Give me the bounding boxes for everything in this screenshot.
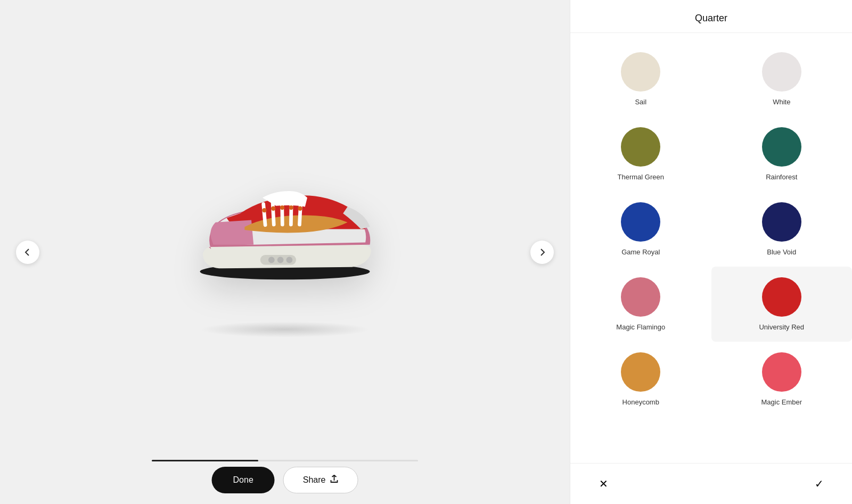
progress-bar-background (152, 460, 418, 461)
color-item-magic-ember[interactable]: Magic Ember (711, 342, 853, 417)
panel-header: Quarter (570, 0, 852, 33)
svg-point-2 (268, 257, 275, 263)
done-button[interactable]: Done (212, 467, 275, 493)
color-row: SailWhite (570, 42, 852, 117)
panel-footer: ✕ ✓ (570, 463, 852, 504)
progress-area (152, 460, 418, 461)
color-item-honeycomb[interactable]: Honeycomb (570, 342, 711, 417)
svg-point-10 (262, 208, 266, 212)
color-label-sail: Sail (635, 98, 646, 106)
color-label-blue-void: Blue Void (767, 248, 796, 256)
svg-point-4 (286, 257, 293, 263)
shoe-display (0, 0, 570, 440)
color-label-magic-ember: Magic Ember (761, 398, 802, 406)
confirm-button[interactable]: ✓ (807, 472, 831, 495)
color-label-game-royal: Game Royal (621, 248, 660, 256)
svg-point-11 (271, 206, 275, 210)
color-circle-blue-void (762, 202, 801, 242)
color-picker-panel: Quarter SailWhiteThermal GreenRainforest… (570, 0, 852, 504)
main-view: Done Share (0, 0, 570, 504)
color-item-university-red[interactable]: University Red (711, 267, 853, 342)
prev-button[interactable] (16, 241, 39, 264)
shoe-svg (173, 158, 397, 283)
color-circle-game-royal (621, 202, 660, 242)
color-circle-sail (621, 52, 660, 92)
color-row: HoneycombMagic Ember (570, 342, 852, 417)
cancel-button[interactable]: ✕ (592, 472, 615, 495)
panel-title: Quarter (570, 13, 852, 24)
shoe-image (125, 114, 445, 327)
color-label-university-red: University Red (759, 323, 804, 331)
color-item-game-royal[interactable]: Game Royal (570, 192, 711, 267)
svg-point-3 (277, 257, 284, 263)
svg-point-12 (280, 205, 284, 210)
color-row: Game RoyalBlue Void (570, 192, 852, 267)
color-circle-honeycomb (621, 352, 660, 392)
color-item-blue-void[interactable]: Blue Void (711, 192, 853, 267)
share-icon (330, 475, 338, 485)
confirm-icon: ✓ (815, 477, 824, 490)
progress-bar-fill (152, 460, 258, 461)
color-item-sail[interactable]: Sail (570, 42, 711, 117)
svg-point-13 (289, 205, 293, 210)
color-row: Thermal GreenRainforest (570, 117, 852, 192)
color-label-rainforest: Rainforest (766, 173, 797, 181)
color-label-thermal-green: Thermal Green (618, 173, 664, 181)
svg-point-14 (298, 206, 302, 210)
color-circle-magic-flamingo (621, 277, 660, 317)
color-circle-thermal-green (621, 127, 660, 167)
color-row: Magic FlamingoUniversity Red (570, 267, 852, 342)
color-item-rainforest[interactable]: Rainforest (711, 117, 853, 192)
color-circle-university-red (762, 277, 801, 317)
share-button[interactable]: Share (283, 467, 358, 493)
color-grid: SailWhiteThermal GreenRainforestGame Roy… (570, 33, 852, 463)
color-circle-rainforest (762, 127, 801, 167)
next-button[interactable] (530, 241, 554, 264)
color-label-honeycomb: Honeycomb (622, 398, 659, 406)
color-label-white: White (773, 98, 790, 106)
color-label-magic-flamingo: Magic Flamingo (616, 323, 665, 331)
color-item-white[interactable]: White (711, 42, 853, 117)
bottom-buttons: Done Share (212, 467, 358, 493)
color-item-thermal-green[interactable]: Thermal Green (570, 117, 711, 192)
color-circle-white (762, 52, 801, 92)
cancel-icon: ✕ (599, 477, 608, 490)
shoe-shadow (200, 321, 370, 337)
color-circle-magic-ember (762, 352, 801, 392)
color-item-magic-flamingo[interactable]: Magic Flamingo (570, 267, 711, 342)
